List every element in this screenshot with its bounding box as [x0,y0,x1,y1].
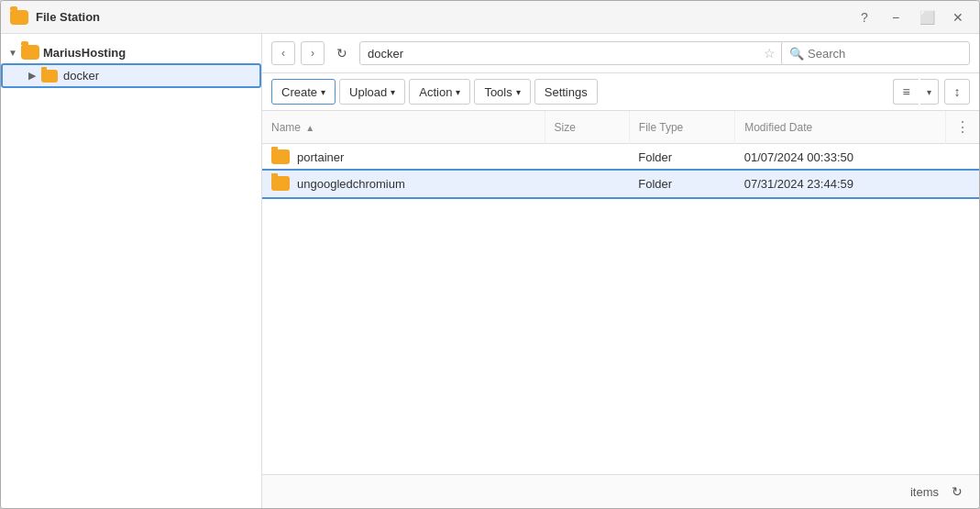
settings-button[interactable]: Settings [534,79,598,105]
toolbar: Create ▾ Upload ▾ Action ▾ Tools ▾ Setti… [262,73,979,111]
file-more-cell [945,171,979,197]
sort-icon: ↕ [954,84,961,99]
footer-items-label: items [910,485,939,499]
file-modified-cell: 01/07/2024 00:33:50 [735,144,946,171]
view-buttons: ≡ ▾ ↕ [893,79,970,105]
maximize-button[interactable]: ⬜ [915,6,939,29]
column-header-size[interactable]: Size [545,111,629,144]
file-type-cell: Folder [629,144,734,171]
file-name: ungoogledchromium [297,177,405,191]
help-button[interactable]: ? [853,6,876,29]
upload-label: Upload [349,85,387,99]
folder-icon [271,149,290,164]
footer: items ↻ [262,474,979,508]
view-chevron-icon: ▾ [927,87,931,97]
settings-label: Settings [545,85,588,99]
file-type-cell: Folder [629,171,734,197]
minimize-button[interactable]: − [884,6,908,29]
bookmark-button[interactable]: ☆ [764,46,776,61]
footer-refresh-button[interactable]: ↻ [946,481,968,503]
column-header-file-type[interactable]: File Type [629,111,734,144]
chevron-down-icon: ▼ [8,48,17,58]
app-icon [10,10,28,25]
title-bar: File Station ? − ⬜ ✕ [1,1,979,34]
list-view-button[interactable]: ≡ [893,79,919,105]
more-icon[interactable]: ⋮ [955,119,970,135]
table-header-row: Name ▲ Size File Type Modified Date [262,111,979,144]
column-header-modified-date[interactable]: Modified Date [735,111,946,144]
file-size-cell [545,144,629,171]
sort-arrow-icon: ▲ [305,123,314,133]
list-view-icon: ≡ [902,84,909,99]
column-header-more: ⋮ [945,111,979,144]
sidebar-item-label: docker [63,69,99,83]
folder-icon-sm [41,70,58,83]
file-modified-cell: 07/31/2024 23:44:59 [735,171,946,197]
footer-refresh-icon: ↻ [952,484,963,499]
sidebar: ▼ MariusHosting ▶ docker [1,34,262,508]
forward-button[interactable]: › [301,41,325,65]
action-dropdown-icon: ▾ [456,87,460,97]
file-table: Name ▲ Size File Type Modified Date [262,111,979,197]
tools-label: Tools [484,85,512,99]
file-more-cell [945,144,979,171]
create-button[interactable]: Create ▾ [271,79,336,105]
chevron-right-icon: ▶ [28,70,36,82]
create-label: Create [281,85,317,99]
action-label: Action [419,85,452,99]
sort-button[interactable]: ↕ [944,79,970,105]
table-row[interactable]: portainer Folder 01/07/2024 00:33:50 [262,144,979,171]
window-controls: ? − ⬜ ✕ [853,6,970,29]
table-row[interactable]: ungoogledchromium Folder 07/31/2024 23:4… [262,171,979,197]
back-button[interactable]: ‹ [271,41,295,65]
sidebar-root-item[interactable]: ▼ MariusHosting [1,41,261,63]
action-button[interactable]: Action ▾ [409,79,470,105]
search-box: 🔍 [781,41,970,65]
upload-dropdown-icon: ▾ [391,87,395,97]
column-header-name[interactable]: Name ▲ [262,111,545,144]
refresh-button[interactable]: ↻ [330,41,354,65]
tools-button[interactable]: Tools ▾ [474,79,530,105]
sidebar-item-docker[interactable]: ▶ docker [1,63,261,88]
main-content: ▼ MariusHosting ▶ docker ‹ › ↻ ☆ 🔍 [1,34,979,508]
file-name-cell: ungoogledchromium [262,171,545,197]
sidebar-root-label: MariusHosting [43,46,126,60]
create-dropdown-icon: ▾ [321,87,325,97]
search-icon: 🔍 [789,47,804,61]
root-folder-icon [21,45,39,60]
close-button[interactable]: ✕ [946,6,970,29]
address-bar: ‹ › ↻ ☆ 🔍 [262,34,979,73]
window-title: File Station [36,10,845,24]
view-dropdown-button[interactable]: ▾ [920,79,939,105]
file-station-window: File Station ? − ⬜ ✕ ▼ MariusHosting ▶ d… [0,0,980,509]
file-table-container: Name ▲ Size File Type Modified Date [262,111,979,474]
file-name-cell: portainer [262,144,545,171]
file-size-cell [545,171,629,197]
file-name: portainer [297,150,344,164]
right-panel: ‹ › ↻ ☆ 🔍 Create ▾ Upload ▾ [262,34,979,508]
folder-icon [271,176,290,191]
tools-dropdown-icon: ▾ [516,87,521,97]
upload-button[interactable]: Upload ▾ [339,79,405,105]
path-input[interactable] [359,41,784,65]
search-input[interactable] [808,47,962,61]
